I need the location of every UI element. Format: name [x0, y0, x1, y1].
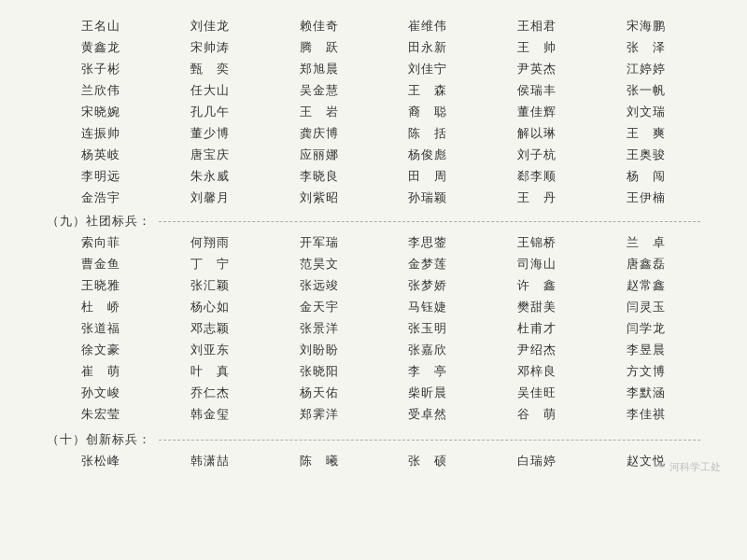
name-item: 陈 括 — [374, 124, 483, 143]
name-item: 郑霁洋 — [264, 405, 374, 424]
name-item: 王 岩 — [264, 103, 374, 121]
top-names-row: 兰欣伟任大山吴金慧王 森侯瑞丰张一帆 — [47, 81, 700, 100]
name-item: 尹英杰 — [483, 60, 592, 78]
name-item: 王 爽 — [591, 124, 700, 143]
name-item: 龚庆博 — [264, 124, 374, 143]
name-item: 刘佳宁 — [374, 60, 483, 78]
name-item: 丁 宁 — [156, 255, 265, 273]
name-item: 张汇颖 — [156, 276, 265, 295]
name-item: 杨心如 — [156, 298, 265, 316]
name-item: 江婷婷 — [591, 60, 700, 78]
name-item: 开军瑞 — [264, 233, 374, 252]
section9-names-row: 朱宏莹韩金玺郑霁洋受卓然谷 萌李佳祺 — [47, 405, 700, 424]
name-item: 张 泽 — [591, 38, 700, 57]
name-item: 张 硕 — [374, 452, 483, 470]
name-item: 刘子杭 — [483, 146, 592, 164]
name-item: 李明远 — [47, 167, 156, 186]
name-item: 徐文豪 — [47, 341, 156, 359]
name-item: 崔 萌 — [47, 362, 156, 381]
name-item: 谷 萌 — [483, 405, 592, 424]
name-item: 吴金慧 — [264, 81, 374, 100]
section10-names-row: 张松峰韩潇喆陈 曦张 硕白瑞婷赵文悦 — [47, 452, 700, 470]
section9-names-row: 王晓雅张汇颖张远竣张梦娇许 鑫赵常鑫 — [47, 276, 700, 295]
name-item: 金天宇 — [264, 298, 374, 316]
name-item: 张松峰 — [47, 452, 156, 470]
name-item: 李昱晨 — [591, 341, 700, 359]
name-item: 柴昕晨 — [374, 384, 483, 402]
name-item: 金梦莲 — [374, 255, 483, 273]
section9-title: （九）社团标兵： — [47, 213, 151, 230]
name-item: 黄鑫龙 — [47, 38, 156, 57]
name-item: 何翔雨 — [156, 233, 265, 252]
watermark: 〜 河科学工处 — [654, 458, 721, 475]
page: 王名山刘佳龙赖佳奇崔维伟王相君宋海鹏黄鑫龙宋帅涛腾 跃田永新王 帅张 泽张子彬甄… — [9, 0, 738, 483]
name-item: 王奥骏 — [591, 146, 700, 164]
top-names-row: 张子彬甄 奕郑旭晨刘佳宁尹英杰江婷婷 — [47, 60, 700, 78]
name-item: 李默涵 — [591, 384, 700, 402]
name-item: 杨天佑 — [264, 384, 374, 402]
section10-names: 张松峰韩潇喆陈 曦张 硕白瑞婷赵文悦 — [47, 452, 700, 470]
name-item: 王相君 — [483, 17, 592, 35]
name-item: 李思蓥 — [374, 233, 483, 252]
name-item: 韩金玺 — [156, 405, 265, 424]
name-item: 王伊楠 — [591, 189, 700, 207]
top-names-row: 李明远朱永威李晓良田 周郄李顺杨 闯 — [47, 167, 700, 186]
name-item: 樊甜美 — [483, 298, 592, 316]
name-item: 腾 跃 — [264, 38, 374, 57]
name-item: 田 周 — [374, 167, 483, 186]
name-item: 杜 峤 — [47, 298, 156, 316]
name-item: 邓志颖 — [156, 319, 265, 338]
section9-names-row: 孙文峻乔仁杰杨天佑柴昕晨吴佳旺李默涵 — [47, 384, 700, 402]
name-item: 张晓阳 — [264, 362, 374, 381]
name-item: 受卓然 — [374, 405, 483, 424]
name-item: 张子彬 — [47, 60, 156, 78]
top-names-row: 黄鑫龙宋帅涛腾 跃田永新王 帅张 泽 — [47, 38, 700, 57]
section9-names-row: 崔 萌叶 真张晓阳李 亭邓梓良方文博 — [47, 362, 700, 381]
name-item: 唐宝庆 — [156, 146, 265, 164]
top-names-row: 杨英岐唐宝庆应丽娜杨俊彪刘子杭王奥骏 — [47, 146, 700, 164]
top-names-row: 宋晓婉孔几午王 岩裔 聪董佳辉刘文瑞 — [47, 103, 700, 121]
name-item: 李晓良 — [264, 167, 374, 186]
name-item: 王 森 — [374, 81, 483, 100]
name-item: 宋晓婉 — [47, 103, 156, 121]
section10-title: （十）创新标兵： — [47, 431, 151, 448]
name-item: 张玉明 — [374, 319, 483, 338]
name-item: 解以琳 — [483, 124, 592, 143]
name-item: 任大山 — [156, 81, 265, 100]
name-item: 赖佳奇 — [264, 17, 374, 35]
name-item: 兰欣伟 — [47, 81, 156, 100]
name-item: 田永新 — [374, 38, 483, 57]
name-item: 张梦娇 — [374, 276, 483, 295]
name-item: 司海山 — [483, 255, 592, 273]
name-item: 王锦桥 — [483, 233, 592, 252]
name-item: 王晓雅 — [47, 276, 156, 295]
name-item: 乔仁杰 — [156, 384, 265, 402]
name-item: 宋帅涛 — [156, 38, 265, 57]
section9-names-row: 杜 峤杨心如金天宇马钰婕樊甜美闫灵玉 — [47, 298, 700, 316]
watermark-icon: 〜 — [654, 458, 666, 475]
section10-block: （十）创新标兵：张松峰韩潇喆陈 曦张 硕白瑞婷赵文悦 — [47, 431, 700, 470]
name-item: 宋海鹏 — [591, 17, 700, 35]
top-names-block: 王名山刘佳龙赖佳奇崔维伟王相君宋海鹏黄鑫龙宋帅涛腾 跃田永新王 帅张 泽张子彬甄… — [47, 17, 700, 207]
section9-names-row: 徐文豪刘亚东刘盼盼张嘉欣尹绍杰李昱晨 — [47, 341, 700, 359]
name-item: 孙文峻 — [47, 384, 156, 402]
name-item: 甄 奕 — [156, 60, 265, 78]
name-item: 郑旭晨 — [264, 60, 374, 78]
name-item: 马钰婕 — [374, 298, 483, 316]
name-item: 吴佳旺 — [483, 384, 592, 402]
name-item: 杨 闯 — [591, 167, 700, 186]
name-item: 闫学龙 — [591, 319, 700, 338]
watermark-text: 河科学工处 — [669, 460, 721, 474]
top-names-row: 金浩宇刘馨月刘紫昭孙瑞颖王 丹王伊楠 — [47, 189, 700, 207]
top-names-row: 王名山刘佳龙赖佳奇崔维伟王相君宋海鹏 — [47, 17, 700, 35]
name-item: 孙瑞颖 — [374, 189, 483, 207]
name-item: 刘馨月 — [156, 189, 265, 207]
name-item: 张景洋 — [264, 319, 374, 338]
name-item: 裔 聪 — [374, 103, 483, 121]
name-item: 张远竣 — [264, 276, 374, 295]
name-item: 杨英岐 — [47, 146, 156, 164]
name-item: 王名山 — [47, 17, 156, 35]
name-item: 曹金鱼 — [47, 255, 156, 273]
section9-names-row: 曹金鱼丁 宁范昊文金梦莲司海山唐鑫磊 — [47, 255, 700, 273]
name-item: 刘盼盼 — [264, 341, 374, 359]
